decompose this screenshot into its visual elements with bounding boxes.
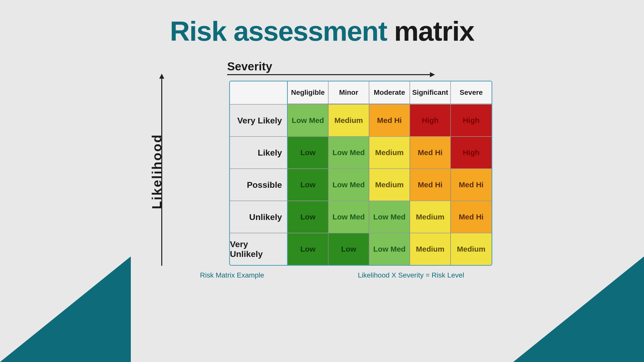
cell-1-2: Medium — [369, 137, 410, 168]
cell-2-1: Low Med — [329, 169, 369, 201]
grid-header-row: Negligible Minor Moderate Significant Se… — [230, 81, 492, 104]
col-header-significant: Significant — [410, 81, 451, 104]
row-label-2: Possible — [230, 169, 288, 201]
cell-1-0: Low — [288, 137, 329, 168]
cell-0-4: High — [451, 105, 492, 136]
cell-3-2: Low Med — [369, 201, 410, 233]
row-label-3: Unlikely — [230, 201, 288, 233]
row-label-header — [230, 81, 288, 104]
cell-0-3: High — [410, 105, 451, 136]
severity-arrow — [227, 74, 431, 75]
cell-4-4: Medium — [451, 233, 492, 265]
matrix-wrapper: Severity Likelihood — [152, 60, 492, 266]
cell-0-0: Low Med — [288, 105, 329, 136]
grid-row-1: Likely Low Low Med Medium Med Hi High — [230, 136, 492, 168]
page-title: Risk assessment matrix — [170, 15, 474, 47]
footer-right-label: Likelihood X Severity = Risk Level — [358, 271, 464, 279]
cell-1-1: Low Med — [329, 137, 369, 168]
col-header-negligible: Negligible — [288, 81, 329, 104]
row-label-1: Likely — [230, 137, 288, 168]
row-label-0: Very Likely — [230, 105, 288, 136]
cell-3-3: Medium — [410, 201, 451, 233]
grid-row-4: Very Unlikely Low Low Low Med Medium Med… — [230, 233, 492, 265]
grid-row-0: Very Likely Low Med Medium Med Hi High H… — [230, 104, 492, 136]
cell-1-4: High — [451, 137, 492, 168]
cell-2-0: Low — [288, 169, 329, 201]
footer-left-label: Risk Matrix Example — [200, 271, 264, 279]
severity-label: Severity — [227, 60, 431, 73]
cell-4-3: Medium — [410, 233, 451, 265]
cell-1-3: Med Hi — [410, 137, 451, 168]
col-header-moderate: Moderate — [369, 81, 410, 104]
col-header-minor: Minor — [329, 81, 369, 104]
row-label-4: Very Unlikely — [230, 233, 288, 265]
cell-2-3: Med Hi — [410, 169, 451, 201]
grid-row-3: Unlikely Low Low Med Low Med Medium Med … — [230, 201, 492, 233]
cell-3-1: Low Med — [329, 201, 369, 233]
cell-0-1: Medium — [329, 105, 369, 136]
cell-4-2: Low Med — [369, 233, 410, 265]
col-header-severe: Severe — [451, 81, 492, 104]
cell-0-2: Med Hi — [369, 105, 410, 136]
cell-3-4: Med Hi — [451, 201, 492, 233]
cell-2-2: Medium — [369, 169, 410, 201]
grid-row-2: Possible Low Low Med Medium Med Hi Med H… — [230, 168, 492, 201]
risk-matrix-grid: Negligible Minor Moderate Significant Se… — [229, 81, 492, 266]
cell-4-0: Low — [288, 233, 329, 265]
cell-3-0: Low — [288, 201, 329, 233]
cell-4-1: Low — [329, 233, 369, 265]
likelihood-label: Likelihood — [149, 134, 164, 209]
cell-2-4: Med Hi — [451, 169, 492, 201]
